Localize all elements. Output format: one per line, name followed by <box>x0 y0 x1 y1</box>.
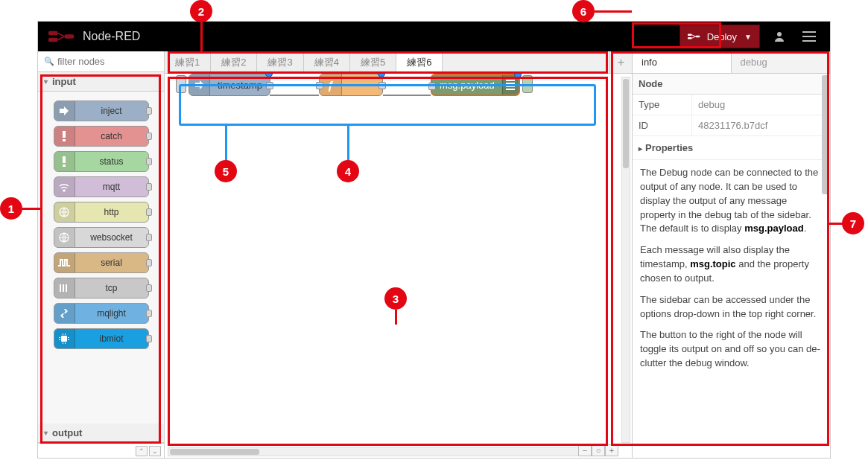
canvas[interactable]: timestamp ƒ msg.payload <box>165 74 632 458</box>
palette-collapse-button[interactable]: ⌃ <box>136 446 148 456</box>
svg-rect-24 <box>68 339 69 340</box>
zoom-out-button[interactable]: − <box>578 444 592 456</box>
palette-node-tcp[interactable]: tcp <box>54 278 149 298</box>
svg-rect-0 <box>48 31 58 35</box>
changed-indicator-icon <box>514 74 522 78</box>
palette-node-inject[interactable]: inject <box>54 100 149 121</box>
flow-tab[interactable]: 練習4 <box>304 51 350 73</box>
palette-node-mqlight[interactable]: mqlight <box>54 303 149 324</box>
header: Node-RED Deploy ▼ <box>38 22 830 51</box>
output-port[interactable] <box>266 82 273 89</box>
palette-node-catch[interactable]: catch <box>54 126 149 147</box>
chevron-right-icon: ▸ <box>639 144 642 153</box>
svg-rect-13 <box>63 165 66 167</box>
palette-node-label: websocket <box>75 232 148 243</box>
annotation-line <box>595 10 632 13</box>
node-label: msg.payload <box>432 80 502 91</box>
output-port <box>146 183 152 191</box>
annotation-line <box>347 125 349 161</box>
palette-node-mqtt[interactable]: mqtt <box>54 176 149 197</box>
svg-rect-9 <box>802 40 816 42</box>
svg-rect-21 <box>59 337 60 338</box>
sidebar-tab-debug[interactable]: debug <box>732 51 831 73</box>
svg-rect-5 <box>695 36 699 38</box>
vertical-scrollbar[interactable] <box>621 77 630 443</box>
palette-node-label: mqlight <box>75 308 148 319</box>
svg-rect-22 <box>59 339 60 340</box>
body: 🔍 ▾input injectcatchstatusmqtthttpwebsoc… <box>38 51 830 458</box>
node-debug[interactable]: msg.payload <box>431 74 520 96</box>
annotation-line <box>225 125 227 161</box>
workspace: 練習1練習2練習3練習4練習5練習6+ timestamp <box>165 51 632 458</box>
output-port <box>146 335 152 342</box>
changed-indicator-icon <box>378 74 385 77</box>
chip-icon <box>54 329 75 348</box>
node-inject[interactable]: timestamp <box>189 74 270 96</box>
flow-tab[interactable]: 練習1 <box>165 51 211 73</box>
palette-expand-button[interactable]: ⌄ <box>149 446 161 456</box>
filter-input[interactable] <box>57 56 158 67</box>
output-port <box>146 284 152 292</box>
palette-node-label: tcp <box>75 283 148 293</box>
flow-tab[interactable]: 練習6 <box>396 51 443 74</box>
flow-tab[interactable]: 練習5 <box>350 51 396 73</box>
pulse-icon <box>54 253 75 272</box>
deploy-button[interactable]: Deploy ▼ <box>679 25 760 48</box>
svg-rect-28 <box>65 342 66 344</box>
category-output[interactable]: ▾output <box>38 424 164 443</box>
wire <box>383 95 431 96</box>
node-function[interactable]: ƒ <box>319 74 383 96</box>
annotation-line <box>395 310 397 325</box>
filter-nodes[interactable]: 🔍 <box>38 51 164 72</box>
flow-tab[interactable]: 練習2 <box>211 51 257 73</box>
user-button[interactable] <box>764 31 794 42</box>
output-port <box>146 158 152 165</box>
globe-icon <box>54 202 75 222</box>
bars-icon <box>54 278 75 298</box>
deploy-label: Deploy <box>707 31 737 42</box>
debug-toggle-button[interactable] <box>522 75 533 93</box>
bang-icon <box>54 152 75 171</box>
chevron-down-icon: ▾ <box>44 77 48 86</box>
input-port[interactable] <box>428 83 436 90</box>
svg-rect-3 <box>688 33 691 36</box>
palette-node-http[interactable]: http <box>54 202 149 223</box>
inject-trigger-button[interactable] <box>176 75 186 93</box>
sidebar-body: Node Typedebug ID48231176.b7dcf ▸Propert… <box>633 74 830 458</box>
palette-node-websocket[interactable]: websocket <box>54 227 149 248</box>
svg-rect-27 <box>63 342 63 344</box>
palette-node-status[interactable]: status <box>54 151 149 172</box>
flow-tab[interactable]: 練習3 <box>257 51 303 73</box>
globe-icon <box>54 228 75 247</box>
output-port <box>146 259 152 266</box>
zoom-reset-button[interactable]: ○ <box>592 444 605 456</box>
palette-node-label: serial <box>75 258 148 268</box>
info-properties-toggle[interactable]: ▸Properties <box>633 136 830 160</box>
palette-node-label: catch <box>75 131 148 141</box>
palette-footer: ⌃ ⌄ <box>38 443 164 458</box>
info-section-header: Node <box>633 74 830 95</box>
palette-node-ibmiot[interactable]: ibmiot <box>54 328 149 349</box>
sidebar-scrollbar[interactable] <box>822 75 829 194</box>
info-description: The Debug node can be connected to the o… <box>633 160 830 384</box>
svg-rect-1 <box>48 38 58 42</box>
svg-rect-20 <box>61 336 67 342</box>
node-label: timestamp <box>210 80 270 91</box>
horizontal-scrollbar[interactable] <box>168 447 602 456</box>
svg-rect-8 <box>802 36 816 37</box>
input-port[interactable] <box>316 82 323 89</box>
wire <box>270 95 319 96</box>
sidebar-tab-info[interactable]: info <box>633 51 732 73</box>
palette-node-label: mqtt <box>75 182 148 192</box>
swap-icon <box>54 304 75 323</box>
sidebar-tabs: info debug <box>633 51 830 74</box>
menu-button[interactable] <box>794 31 824 42</box>
palette-node-label: http <box>75 207 148 217</box>
zoom-in-button[interactable]: + <box>605 444 618 456</box>
output-port[interactable] <box>378 82 386 89</box>
svg-rect-7 <box>802 31 816 33</box>
add-flow-button[interactable]: + <box>609 51 632 73</box>
category-input[interactable]: ▾input <box>38 72 164 92</box>
palette-node-serial[interactable]: serial <box>54 252 149 273</box>
svg-rect-25 <box>63 333 63 335</box>
